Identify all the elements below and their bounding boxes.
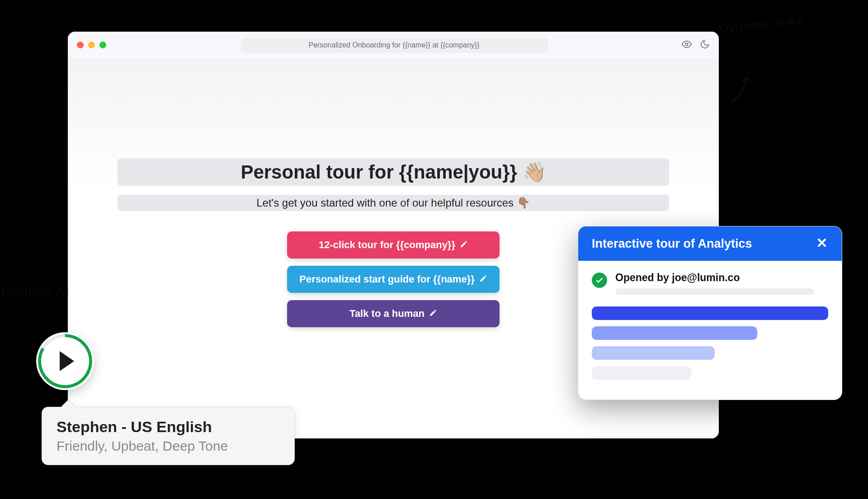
pencil-icon bbox=[460, 239, 468, 251]
preview-icon[interactable] bbox=[682, 39, 692, 51]
guide-button-label: Personalized start guide for {{name}} bbox=[299, 273, 475, 285]
pencil-icon bbox=[429, 308, 437, 320]
minimize-window-button[interactable] bbox=[88, 42, 95, 48]
page-subtitle: Let's get you started with one of our he… bbox=[118, 197, 669, 209]
progress-bar-4 bbox=[592, 366, 691, 380]
arrow-annotation-icon bbox=[719, 70, 759, 108]
human-button-label: Talk to a human bbox=[349, 308, 425, 320]
progress-bar-2 bbox=[592, 326, 757, 340]
check-icon bbox=[592, 273, 607, 288]
annotation-left: Realistic AI bbox=[1, 284, 68, 299]
voice-name: Stephen - US English bbox=[57, 418, 280, 436]
heading-background: Personal tour for {{name|you}} 👋🏼 bbox=[118, 158, 669, 186]
url-text: Personalized Onboarding for {{name}} at … bbox=[308, 41, 479, 49]
annotation-top-right: Dynamic links bbox=[718, 13, 805, 36]
subheading-background: Let's get you started with one of our he… bbox=[118, 195, 669, 211]
tour-button[interactable]: 12-click tour for {{company}} bbox=[287, 231, 500, 259]
voice-description: Friendly, Upbeat, Deep Tone bbox=[57, 438, 280, 454]
activity-text: Opened by joe@lumin.co bbox=[615, 272, 828, 284]
guide-button[interactable]: Personalized start guide for {{name}} bbox=[287, 266, 500, 293]
panel-title: Interactive tour of Analytics bbox=[592, 237, 752, 251]
close-window-button[interactable] bbox=[77, 42, 84, 48]
page-title: Personal tour for {{name|you}} 👋🏼 bbox=[118, 161, 669, 183]
analytics-panel: Interactive tour of Analytics Opened by … bbox=[578, 226, 842, 400]
voice-tooltip: Stephen - US English Friendly, Upbeat, D… bbox=[42, 407, 295, 465]
close-icon[interactable] bbox=[816, 236, 828, 251]
pencil-icon bbox=[479, 273, 487, 285]
play-icon bbox=[60, 351, 74, 371]
svg-point-0 bbox=[685, 43, 688, 46]
activity-row: Opened by joe@lumin.co bbox=[592, 272, 828, 295]
panel-header: Interactive tour of Analytics bbox=[578, 226, 842, 261]
talk-to-human-button[interactable]: Talk to a human bbox=[287, 300, 500, 327]
maximize-window-button[interactable] bbox=[99, 42, 106, 48]
progress-bar-1 bbox=[592, 306, 828, 320]
traffic-lights bbox=[77, 42, 106, 48]
tour-button-label: 12-click tour for {{company}} bbox=[319, 239, 455, 251]
play-widget[interactable] bbox=[36, 332, 94, 390]
activity-placeholder-line bbox=[615, 288, 814, 295]
progress-bar-3 bbox=[592, 346, 715, 360]
browser-chrome: Personalized Onboarding for {{name}} at … bbox=[68, 32, 719, 59]
url-bar[interactable]: Personalized Onboarding for {{name}} at … bbox=[241, 38, 548, 53]
moon-icon[interactable] bbox=[700, 39, 710, 51]
